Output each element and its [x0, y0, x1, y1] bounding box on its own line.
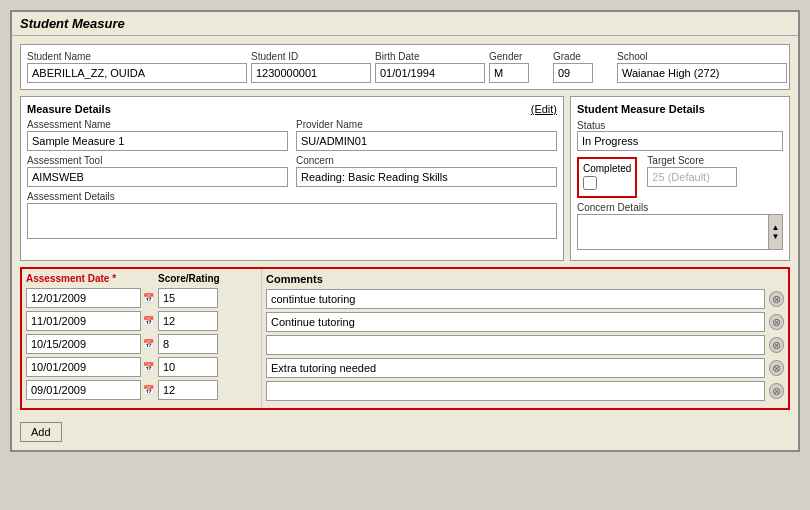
assessment-row-1: 📅: [26, 288, 257, 308]
comment-input-4[interactable]: [266, 358, 765, 378]
tool-input[interactable]: [27, 167, 288, 187]
remove-btn-5[interactable]: ⊗: [769, 383, 784, 399]
window-title: Student Measure: [12, 12, 798, 36]
measure-details-header: Measure Details: [27, 103, 111, 115]
comment-input-5[interactable]: [266, 381, 765, 401]
assessment-row-3: 📅: [26, 334, 257, 354]
comment-input-2[interactable]: [266, 312, 765, 332]
assessment-details-textarea[interactable]: [27, 203, 557, 239]
student-name-input[interactable]: [27, 63, 247, 83]
score-input-5[interactable]: [158, 380, 218, 400]
calendar-icon-4[interactable]: 📅: [143, 362, 154, 372]
date-input-3[interactable]: [26, 334, 141, 354]
concern-details-textarea[interactable]: [577, 214, 769, 250]
grade-input[interactable]: [553, 63, 593, 83]
comment-row-2: ⊗: [266, 312, 784, 332]
smd-header: Student Measure Details: [577, 103, 783, 115]
target-score-input[interactable]: [647, 167, 737, 187]
score-input-3[interactable]: [158, 334, 218, 354]
gender-label: Gender: [489, 51, 549, 62]
assessment-row-4: 📅: [26, 357, 257, 377]
student-id-input[interactable]: [251, 63, 371, 83]
assessment-name-label: Assessment Name: [27, 119, 288, 130]
provider-label: Provider Name: [296, 119, 557, 130]
comment-input-3[interactable]: [266, 335, 765, 355]
concern-details-label: Concern Details: [577, 202, 783, 213]
remove-btn-3[interactable]: ⊗: [769, 337, 784, 353]
comment-row-3: ⊗: [266, 335, 784, 355]
provider-input[interactable]: [296, 131, 557, 151]
date-col-header: Assessment Date *: [26, 273, 156, 284]
completed-checkbox[interactable]: [583, 176, 597, 190]
assessment-row-5: 📅: [26, 380, 257, 400]
comments-header: Comments: [266, 273, 784, 285]
assessment-details-label: Assessment Details: [27, 191, 557, 202]
date-input-1[interactable]: [26, 288, 141, 308]
remove-btn-1[interactable]: ⊗: [769, 291, 784, 307]
calendar-icon-2[interactable]: 📅: [143, 316, 154, 326]
date-input-5[interactable]: [26, 380, 141, 400]
comment-row-1: ⊗: [266, 289, 784, 309]
comment-row-4: ⊗: [266, 358, 784, 378]
calendar-icon-3[interactable]: 📅: [143, 339, 154, 349]
birth-date-input[interactable]: [375, 63, 485, 83]
comment-row-5: ⊗: [266, 381, 784, 401]
calendar-icon-1[interactable]: 📅: [143, 293, 154, 303]
remove-btn-2[interactable]: ⊗: [769, 314, 784, 330]
student-id-label: Student ID: [251, 51, 371, 62]
edit-link[interactable]: (Edit): [531, 103, 557, 115]
target-score-label: Target Score: [647, 155, 737, 166]
birth-date-label: Birth Date: [375, 51, 485, 62]
score-input-4[interactable]: [158, 357, 218, 377]
completed-label: Completed: [583, 163, 631, 174]
school-label: School: [617, 51, 787, 62]
date-input-4[interactable]: [26, 357, 141, 377]
remove-btn-4[interactable]: ⊗: [769, 360, 784, 376]
add-button[interactable]: Add: [20, 422, 62, 442]
score-input-2[interactable]: [158, 311, 218, 331]
date-input-2[interactable]: [26, 311, 141, 331]
assessment-row-2: 📅: [26, 311, 257, 331]
gender-input[interactable]: [489, 63, 529, 83]
school-input[interactable]: [617, 63, 787, 83]
assessment-name-input[interactable]: [27, 131, 288, 151]
tool-label: Assessment Tool: [27, 155, 288, 166]
score-input-1[interactable]: [158, 288, 218, 308]
student-name-label: Student Name: [27, 51, 247, 62]
status-input[interactable]: [577, 131, 783, 151]
completed-section: Completed: [577, 157, 637, 198]
status-label: Status: [577, 120, 605, 131]
comment-input-1[interactable]: [266, 289, 765, 309]
calendar-icon-5[interactable]: 📅: [143, 385, 154, 395]
score-col-header: Score/Rating: [158, 273, 238, 284]
concern-label: Concern: [296, 155, 557, 166]
grade-label: Grade: [553, 51, 613, 62]
concern-input[interactable]: [296, 167, 557, 187]
